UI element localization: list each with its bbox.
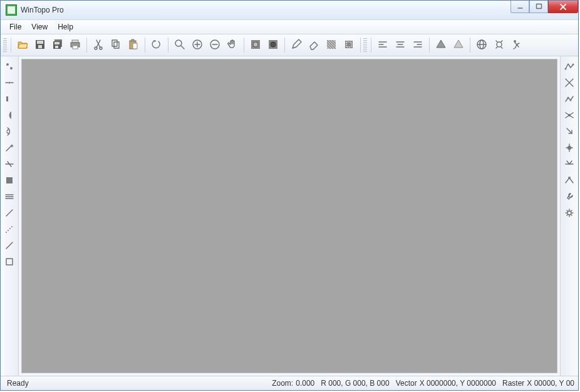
anchor-icon	[564, 143, 574, 155]
svg-point-69	[565, 68, 567, 70]
paste-button[interactable]	[125, 37, 142, 53]
globe-button[interactable]	[474, 37, 490, 53]
arrow-down-button[interactable]	[562, 125, 577, 140]
canvas-container	[21, 59, 557, 373]
polyline-button[interactable]	[562, 59, 577, 75]
cross-button[interactable]	[2, 157, 17, 172]
svg-rect-68	[6, 259, 13, 265]
minimize-button[interactable]	[510, 1, 529, 13]
crossline-button[interactable]	[562, 76, 577, 91]
status-raster-value: X 00000, Y 00	[527, 379, 574, 388]
menu-view[interactable]: View	[26, 21, 53, 33]
print-icon	[70, 39, 81, 52]
print-button[interactable]	[67, 37, 83, 53]
rect-fill-icon	[4, 175, 14, 187]
pan-button[interactable]	[224, 37, 241, 53]
fill-area-button[interactable]	[323, 37, 339, 53]
dots-button[interactable]	[2, 222, 17, 237]
toolbar-grip[interactable]	[3, 38, 7, 52]
target-2-button[interactable]	[265, 37, 281, 53]
brush-icon	[4, 240, 14, 252]
line-seg-icon	[4, 94, 14, 106]
svg-point-13	[100, 47, 102, 49]
menubar: File View Help	[1, 20, 578, 34]
align-center-button[interactable]	[392, 37, 408, 53]
toolbar-grip[interactable]	[363, 38, 367, 52]
toolbar-separator	[168, 38, 168, 53]
cross-icon	[4, 159, 14, 171]
menu-help[interactable]: Help	[53, 21, 78, 33]
point-tool-button[interactable]	[2, 59, 17, 75]
workspace	[1, 56, 578, 376]
save-all-button[interactable]	[49, 37, 66, 53]
crop-button[interactable]	[341, 37, 357, 53]
target-2-icon	[267, 39, 279, 52]
svg-point-87	[568, 177, 571, 179]
save-button[interactable]	[32, 37, 48, 53]
menu-file[interactable]: File	[4, 21, 26, 33]
node-k-button[interactable]	[562, 157, 577, 172]
wrench-button[interactable]	[562, 190, 577, 205]
arc-left-button[interactable]	[2, 108, 17, 123]
status-vector-value: X 0000000, Y 0000000	[420, 379, 496, 388]
rect-fill-button[interactable]	[2, 173, 17, 188]
arc-right-icon	[4, 126, 14, 138]
pencil-button[interactable]	[288, 37, 304, 53]
line-seg-button[interactable]	[2, 92, 17, 107]
anchor-dot-button[interactable]	[562, 173, 577, 188]
snap-tool-button[interactable]	[2, 76, 17, 91]
layer-2-button[interactable]	[450, 37, 467, 53]
spider-button[interactable]	[562, 108, 577, 123]
svg-point-66	[11, 226, 13, 227]
spider-icon	[564, 110, 574, 122]
lines-button[interactable]	[2, 190, 17, 205]
zoom-button[interactable]	[172, 37, 188, 53]
svg-line-86	[569, 161, 572, 164]
svg-line-67	[6, 242, 13, 249]
zoom-in-button[interactable]	[189, 37, 205, 53]
rect-outline-button[interactable]	[2, 255, 17, 270]
svg-rect-11	[73, 46, 78, 49]
toolbar-separator	[429, 38, 430, 53]
eraser-button[interactable]	[306, 37, 322, 53]
pencil-icon	[291, 39, 302, 52]
cut-button[interactable]	[90, 37, 106, 53]
brush-button[interactable]	[2, 239, 17, 254]
svg-line-85	[567, 161, 569, 164]
globe-icon	[476, 39, 487, 52]
svg-point-74	[570, 99, 572, 101]
maximize-button[interactable]	[529, 1, 548, 13]
svg-rect-15	[114, 42, 119, 48]
left-toolbar	[1, 56, 19, 376]
titlebar[interactable]: WinTopo Pro	[1, 1, 578, 20]
arc-right-button[interactable]	[2, 125, 17, 140]
status-zoom-value: 0.000	[296, 379, 314, 388]
copy-button[interactable]	[108, 37, 124, 53]
anchor-button[interactable]	[562, 141, 577, 156]
align-left-button[interactable]	[375, 37, 391, 53]
magic-wand-button[interactable]	[2, 141, 17, 156]
thin-pencil-button[interactable]	[2, 206, 17, 221]
drawing-canvas[interactable]	[22, 59, 557, 373]
run-icon	[511, 39, 522, 52]
status-raster-label: Raster	[502, 379, 524, 388]
edit-line-button[interactable]	[562, 92, 577, 107]
toolbar-separator	[360, 38, 361, 53]
svg-point-65	[9, 228, 11, 229]
align-right-button[interactable]	[410, 37, 426, 53]
align-right-icon	[412, 39, 423, 52]
gear-small-button[interactable]	[562, 206, 577, 221]
target-1-button[interactable]	[247, 37, 264, 53]
svg-point-63	[6, 232, 7, 233]
run-button[interactable]	[509, 37, 525, 53]
window-controls	[510, 1, 578, 13]
close-button[interactable]	[548, 1, 578, 13]
open-button[interactable]	[14, 37, 31, 53]
layer-1-icon	[435, 39, 447, 52]
zoom-out-button[interactable]	[207, 37, 223, 53]
right-toolbar	[560, 56, 578, 376]
undo-button[interactable]	[148, 37, 165, 53]
layer-1-button[interactable]	[433, 37, 449, 53]
config-button[interactable]	[491, 37, 507, 53]
zoom-in-icon	[192, 39, 203, 52]
